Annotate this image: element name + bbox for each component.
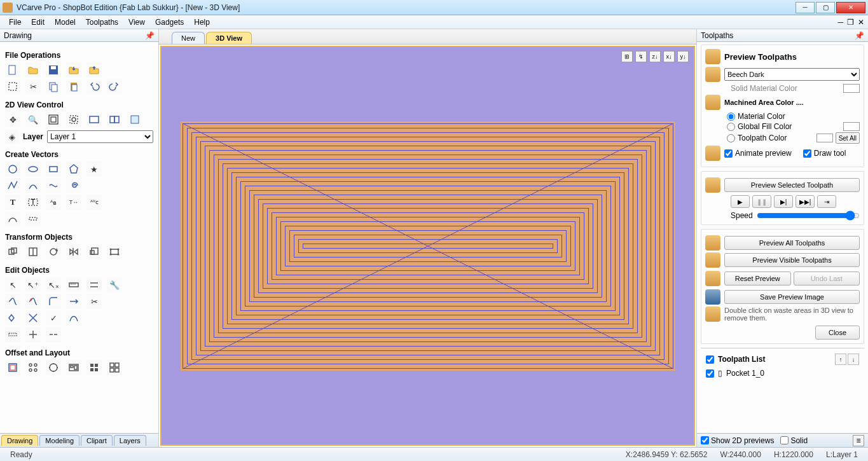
dimension-tool[interactable] <box>25 211 41 226</box>
solid-color-swatch[interactable] <box>843 84 860 93</box>
ellipse-tool[interactable] <box>25 162 41 177</box>
play-button[interactable]: ▶ <box>731 195 750 208</box>
tab-3d-view[interactable]: 3D View <box>206 32 252 44</box>
toolpath-list-toggle[interactable] <box>706 355 714 364</box>
mdi-close-icon[interactable]: ✕ <box>858 18 864 27</box>
toolpath-item-check[interactable] <box>706 369 714 378</box>
toolpath-color-swatch[interactable] <box>816 134 833 142</box>
save-file-button[interactable] <box>46 62 61 78</box>
maximize-button[interactable]: ▢ <box>816 2 835 13</box>
material-select[interactable]: Beech Dark <box>724 68 860 81</box>
toolpath-item[interactable]: ▯ Pocket 1_0 <box>705 368 860 379</box>
undo-last-button[interactable]: Undo Last <box>794 272 860 286</box>
zoom-selection-button[interactable] <box>66 112 81 127</box>
select-bounds-button[interactable] <box>5 79 20 94</box>
check-animate[interactable] <box>724 149 733 158</box>
fit-curves-tool[interactable] <box>66 310 81 326</box>
circle-tool[interactable] <box>5 162 20 177</box>
weld-tool[interactable] <box>5 310 20 326</box>
reset-preview-button[interactable]: Reset Preview <box>724 272 791 286</box>
list-menu-icon[interactable]: ≡ <box>853 435 864 446</box>
select-tool[interactable]: ↖ <box>5 277 20 292</box>
check-show-2d[interactable] <box>701 436 709 444</box>
menu-toolpaths[interactable]: Toolpaths <box>81 17 123 28</box>
global-fill-swatch[interactable] <box>843 122 860 131</box>
circular-array-tool[interactable] <box>46 360 61 375</box>
rotate-tool[interactable] <box>46 244 61 259</box>
node-edit-tool[interactable]: ↖⁺ <box>25 277 41 292</box>
paste-button[interactable] <box>66 79 81 94</box>
radio-global-fill[interactable] <box>727 123 735 131</box>
arc-tool[interactable] <box>25 178 41 193</box>
distort-tool[interactable] <box>107 244 122 259</box>
plate-tool[interactable] <box>86 360 102 375</box>
curve-tool[interactable] <box>46 178 61 193</box>
polygon-tool[interactable] <box>66 162 81 177</box>
polyline-tool[interactable] <box>5 178 20 193</box>
close-button[interactable]: ✕ <box>836 2 865 13</box>
text-on-curve-tool[interactable]: ᴬʙ <box>46 195 61 210</box>
redo-button[interactable] <box>107 79 122 94</box>
menu-help[interactable]: Help <box>189 17 215 28</box>
layer-icon[interactable]: ◈ <box>5 130 19 144</box>
nesting-tool[interactable] <box>107 360 122 375</box>
preview-selected-button[interactable]: Preview Selected Toolpath <box>724 178 860 192</box>
zoom-fit-button[interactable] <box>46 112 61 127</box>
mdi-minimize-icon[interactable]: ─ <box>837 18 843 27</box>
text-measure-tool[interactable]: T↔ <box>66 195 81 210</box>
mirror-tool[interactable] <box>66 244 81 259</box>
menu-view[interactable]: View <box>123 17 150 28</box>
pan-button[interactable]: ✥ <box>5 112 20 127</box>
convert-tool[interactable] <box>5 327 20 342</box>
radio-toolpath-color[interactable] <box>727 134 735 142</box>
array-copy-tool[interactable] <box>25 360 41 375</box>
spiral-tool[interactable] <box>66 178 81 193</box>
text-outline-tool[interactable]: ᴬᴮᴄ <box>86 195 102 210</box>
menu-gadgets[interactable]: Gadgets <box>150 17 189 28</box>
pin-icon-right[interactable]: 📌 <box>855 31 864 40</box>
slice-tool[interactable] <box>25 327 41 342</box>
copy-button[interactable] <box>46 79 61 94</box>
open-file-button[interactable] <box>25 62 41 78</box>
preview-all-button[interactable]: Preview All Toolpaths <box>724 236 860 250</box>
check-solid[interactable] <box>780 436 789 444</box>
menu-file[interactable]: File <box>4 17 26 28</box>
interactive-trim-tool[interactable] <box>86 277 102 292</box>
nest-tool[interactable] <box>66 360 81 375</box>
tab-drawing[interactable]: Drawing <box>1 435 38 446</box>
ffwd-button[interactable]: ▶▶| <box>796 195 815 208</box>
offset-tool[interactable] <box>5 360 20 375</box>
validate-tool[interactable]: ✓ <box>46 310 61 326</box>
export-button[interactable] <box>86 62 102 78</box>
undo-button[interactable] <box>86 79 102 94</box>
preview-visible-button[interactable]: Preview Visible Toolpaths <box>724 253 860 267</box>
scale-tool[interactable] <box>86 244 102 259</box>
radio-material-color[interactable] <box>727 113 735 121</box>
set-all-button[interactable]: Set All <box>836 132 860 144</box>
wrench-tool[interactable]: 🔧 <box>107 277 122 292</box>
close-vector-tool[interactable] <box>25 294 41 309</box>
move-up-icon[interactable]: ↑ <box>835 354 846 365</box>
import-button[interactable] <box>66 62 81 78</box>
save-preview-image-button[interactable]: Save Preview Image <box>724 290 860 304</box>
pin-icon[interactable]: 📌 <box>145 31 155 40</box>
view-toggle-button[interactable] <box>107 112 122 127</box>
fillet-tool[interactable] <box>46 294 61 309</box>
star-tool[interactable]: ★ <box>86 162 102 177</box>
tab-layers[interactable]: Layers <box>114 435 146 446</box>
pause-button[interactable]: ❚❚ <box>752 195 771 208</box>
trim-tool[interactable]: ✂ <box>86 294 102 309</box>
subtract-tool[interactable] <box>25 310 41 326</box>
speed-slider[interactable] <box>757 210 860 221</box>
extend-tool[interactable] <box>66 294 81 309</box>
cut-button[interactable]: ✂ <box>25 79 41 94</box>
join-tool[interactable] <box>5 294 20 309</box>
text-box-tool[interactable]: T <box>25 195 41 210</box>
viewport-3d[interactable]: ⊞ ↯ z↓ x↓ y↓ <box>160 46 695 446</box>
rectangle-tool[interactable] <box>46 162 61 177</box>
tab-new[interactable]: New <box>172 32 205 44</box>
menu-edit[interactable]: Edit <box>26 17 50 28</box>
measure-tool[interactable] <box>66 277 81 292</box>
close-preview-button[interactable]: Close <box>815 326 860 340</box>
guides-button[interactable] <box>127 112 142 127</box>
